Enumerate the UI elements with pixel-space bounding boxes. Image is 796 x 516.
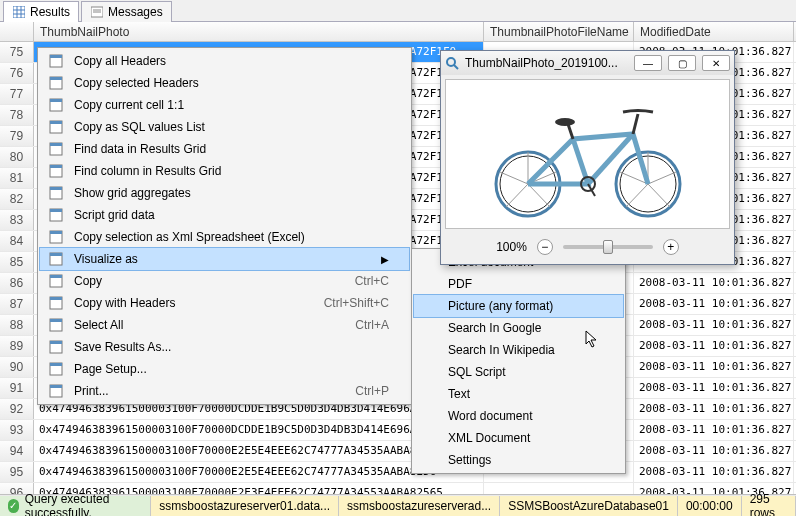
submenu-item[interactable]: Search In Google [414, 317, 623, 339]
menu-label: Copy [74, 274, 331, 288]
menu-item[interactable]: Script grid data [40, 204, 409, 226]
row-number[interactable]: 90 [0, 357, 34, 377]
menu-item[interactable]: Find data in Results Grid [40, 138, 409, 160]
status-bar: ✓Query executed successfully. ssmsboosta… [0, 494, 796, 516]
menu-item[interactable]: Save Results As... [40, 336, 409, 358]
tab-results[interactable]: Results [3, 1, 79, 22]
cell-modifieddate[interactable]: 2008-03-11 10:01:36.827 [634, 399, 794, 419]
submenu-item[interactable]: Text [414, 383, 623, 405]
cell-modifieddate[interactable]: 2008-03-11 10:01:36.827 [634, 462, 794, 482]
row-number[interactable]: 76 [0, 63, 34, 83]
row-number[interactable]: 78 [0, 105, 34, 125]
status-rows: 295 rows [742, 496, 796, 516]
titlebar[interactable]: ThumbNailPhoto_2019100... — ▢ ✕ [441, 51, 734, 75]
menu-item[interactable]: Page Setup... [40, 358, 409, 380]
menu-icon [44, 316, 68, 334]
row-number[interactable]: 83 [0, 210, 34, 230]
col-thumbnailphotofilename[interactable]: ThumbnailPhotoFileName [484, 22, 634, 41]
menu-item[interactable]: Select AllCtrl+A [40, 314, 409, 336]
submenu-item[interactable]: Picture (any format) [414, 295, 623, 317]
submenu-item[interactable]: Word document [414, 405, 623, 427]
submenu-item[interactable]: Settings [414, 449, 623, 471]
row-number[interactable]: 91 [0, 378, 34, 398]
menu-item[interactable]: Visualize as▶ [40, 248, 409, 270]
search-icon [445, 56, 459, 70]
cell-modifieddate[interactable]: 2008-03-11 10:01:36.827 [634, 357, 794, 377]
menu-label: Script grid data [74, 208, 389, 222]
menu-label: Copy with Headers [74, 296, 300, 310]
row-number[interactable]: 89 [0, 336, 34, 356]
row-number[interactable]: 85 [0, 252, 34, 272]
menu-label: PDF [448, 277, 603, 291]
row-number[interactable]: 93 [0, 420, 34, 440]
menu-label: Save Results As... [74, 340, 389, 354]
submenu-item[interactable]: Search In Wikipedia [414, 339, 623, 361]
cell-modifieddate[interactable]: 2008-03-11 10:01:36.827 [634, 273, 794, 293]
menu-item[interactable]: Copy selection as Xml Spreadsheet (Excel… [40, 226, 409, 248]
menu-item[interactable]: Show grid aggregates [40, 182, 409, 204]
svg-rect-9 [50, 55, 62, 58]
row-number[interactable]: 88 [0, 315, 34, 335]
submenu-item[interactable]: XML Document [414, 427, 623, 449]
menu-icon [44, 206, 68, 224]
submenu-item[interactable]: PDF [414, 273, 623, 295]
zoom-in-button[interactable]: + [663, 239, 679, 255]
table-row[interactable]: 940x474946383961500003100F70000E2E5E4EEE… [0, 441, 796, 462]
menu-item[interactable]: Print...Ctrl+P [40, 380, 409, 402]
check-icon: ✓ [8, 499, 19, 513]
menu-icon [418, 341, 442, 359]
row-number[interactable]: 86 [0, 273, 34, 293]
row-number[interactable]: 77 [0, 84, 34, 104]
svg-line-48 [500, 172, 528, 184]
menu-icon [44, 360, 68, 378]
menu-icon [44, 382, 68, 400]
row-number[interactable]: 81 [0, 168, 34, 188]
cell-modifieddate[interactable]: 2008-03-11 10:01:36.827 [634, 378, 794, 398]
cell-modifieddate[interactable]: 2008-03-11 10:01:36.827 [634, 294, 794, 314]
svg-point-40 [447, 58, 455, 66]
cell-modifieddate[interactable]: 2008-03-11 10:01:36.827 [634, 315, 794, 335]
row-number[interactable]: 80 [0, 147, 34, 167]
zoom-label: 100% [496, 240, 527, 254]
menu-item[interactable]: Copy as SQL values List [40, 116, 409, 138]
row-number[interactable]: 84 [0, 231, 34, 251]
visualize-submenu: Excel documentPDFPicture (any format)Sea… [411, 248, 626, 474]
menu-label: Find column in Results Grid [74, 164, 389, 178]
corner-cell[interactable] [0, 22, 34, 41]
menu-item[interactable]: Copy all Headers [40, 50, 409, 72]
slider-thumb[interactable] [603, 240, 613, 254]
menu-icon [418, 275, 442, 293]
menu-item[interactable]: Copy current cell 1:1 [40, 94, 409, 116]
zoom-slider[interactable] [563, 245, 653, 249]
row-number[interactable]: 92 [0, 399, 34, 419]
menu-item[interactable]: CopyCtrl+C [40, 270, 409, 292]
status-server: ssmsboostazureserver01.data... [151, 496, 339, 516]
table-row[interactable]: 950x474946383961500003100F70000E2E5E4EEE… [0, 462, 796, 483]
menu-item[interactable]: Copy with HeadersCtrl+Shift+C [40, 292, 409, 314]
cell-modifieddate[interactable]: 2008-03-11 10:01:36.827 [634, 420, 794, 440]
svg-line-49 [528, 184, 550, 207]
menu-item[interactable]: Find column in Results Grid [40, 160, 409, 182]
row-number[interactable]: 82 [0, 189, 34, 209]
col-thumbnailphoto[interactable]: ThumbNailPhoto [34, 22, 484, 41]
cell-modifieddate[interactable]: 2008-03-11 10:01:36.827 [634, 336, 794, 356]
svg-rect-15 [50, 121, 62, 124]
row-number[interactable]: 75 [0, 42, 34, 62]
row-number[interactable]: 95 [0, 462, 34, 482]
image-preview-window[interactable]: ThumbNailPhoto_2019100... — ▢ ✕ 100% − + [440, 50, 735, 265]
zoom-out-button[interactable]: − [537, 239, 553, 255]
table-row[interactable]: 930x474946383961500003100F70000DCDDE1B9C… [0, 420, 796, 441]
minimize-button[interactable]: — [634, 55, 662, 71]
close-button[interactable]: ✕ [702, 55, 730, 71]
submenu-item[interactable]: SQL Script [414, 361, 623, 383]
col-modifieddate[interactable]: ModifiedDate [634, 22, 794, 41]
row-number[interactable]: 87 [0, 294, 34, 314]
menu-icon [418, 451, 442, 469]
tab-label: Results [30, 5, 70, 19]
tab-messages[interactable]: Messages [81, 1, 172, 22]
row-number[interactable]: 94 [0, 441, 34, 461]
cell-modifieddate[interactable]: 2008-03-11 10:01:36.827 [634, 441, 794, 461]
row-number[interactable]: 79 [0, 126, 34, 146]
maximize-button[interactable]: ▢ [668, 55, 696, 71]
menu-item[interactable]: Copy selected Headers [40, 72, 409, 94]
